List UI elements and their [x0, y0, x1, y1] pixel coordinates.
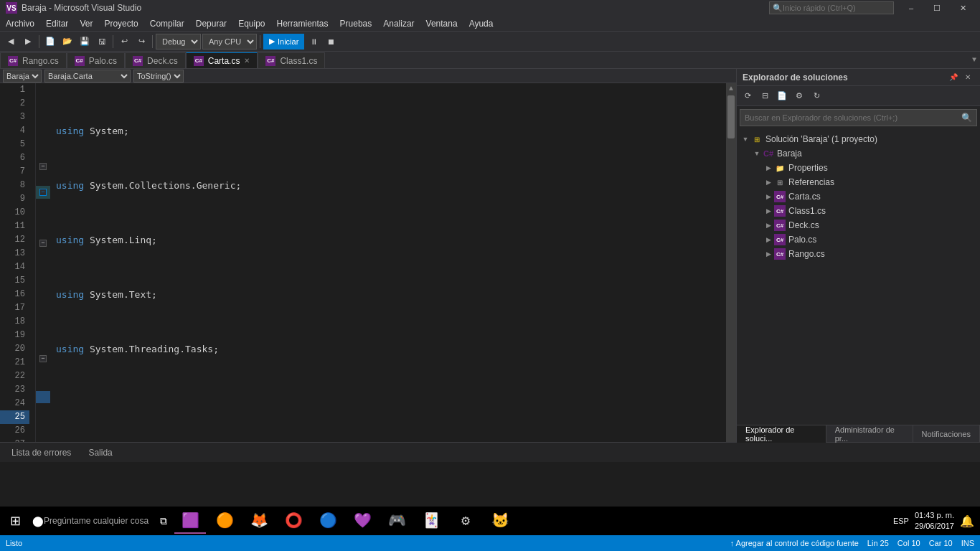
se-tab-administrador[interactable]: Administrador de pr...	[826, 425, 913, 443]
project-selector[interactable]: Baraja	[3, 70, 42, 83]
menu-depurar[interactable]: Depurar	[190, 16, 232, 32]
se-sync-button[interactable]: ⟳	[740, 88, 755, 104]
se-search-input[interactable]	[745, 113, 958, 122]
tab-class1[interactable]: C# Class1.cs	[258, 52, 325, 68]
menu-editar[interactable]: Editar	[40, 16, 74, 32]
redo-button[interactable]: ↪	[133, 34, 149, 50]
tree-item-referencias[interactable]: ▶ ⊞ Referencias	[737, 175, 980, 189]
tree-item-class1[interactable]: ▶ C# Class1.cs	[737, 204, 980, 218]
taskbar-app-vs-icon2[interactable]: 💜	[347, 508, 378, 534]
se-search[interactable]: 🔍	[740, 109, 977, 126]
editor-scrollbar[interactable]: ▲	[726, 83, 736, 442]
save-all-button[interactable]: 🖫	[94, 34, 110, 50]
taskbar-app-app7[interactable]: 🎮	[381, 508, 413, 534]
menu-proyecto[interactable]: Proyecto	[98, 16, 143, 32]
collapse-margin: − − − −	[36, 83, 50, 442]
menu-ver[interactable]: Ver	[74, 16, 98, 32]
collapse-9[interactable]: −	[36, 186, 50, 199]
taskbar-app-app10[interactable]: 🐱	[484, 508, 516, 534]
line-num-13: 13	[0, 247, 29, 260]
tree-label: Solución 'Baraja' (1 proyecto)	[765, 134, 977, 144]
back-button[interactable]: ◀	[3, 34, 19, 50]
code-editor[interactable]: 1 2 3 4 5 6 7 8 9 10 11 12 13 14 15 16 1…	[0, 83, 736, 442]
quick-launch-box[interactable]: 🔍	[769, 1, 894, 14]
line-num-17: 17	[0, 301, 29, 315]
line-num-18: 18	[0, 315, 29, 329]
start-button[interactable]: ▶ Iniciar	[263, 34, 304, 50]
tree-item-solution[interactable]: ▼ ⊞ Solución 'Baraja' (1 proyecto)	[737, 132, 980, 146]
taskbar-app-app8[interactable]: 🃏	[415, 508, 447, 534]
se-tab-explorador[interactable]: Explorador de soluci...	[737, 425, 826, 443]
tree-item-rango[interactable]: ▶ C# Rango.cs	[737, 247, 980, 261]
menu-compilar[interactable]: Compilar	[144, 16, 190, 32]
se-pin-button[interactable]: 📌	[947, 71, 960, 84]
se-show-files-button[interactable]: 📄	[774, 88, 790, 104]
taskbar-app-vlc[interactable]: 🟠	[209, 508, 240, 534]
member-selector[interactable]: ToString()	[133, 70, 184, 83]
pause-button[interactable]: ⏸	[306, 34, 321, 50]
se-properties-button[interactable]: ⚙	[791, 88, 807, 104]
taskbar-app-opera[interactable]: ⭕	[278, 508, 309, 534]
forward-button[interactable]: ▶	[20, 34, 36, 50]
tree-item-deck[interactable]: ▶ C# Deck.cs	[737, 218, 980, 232]
taskbar-app-settings[interactable]: ⚙	[450, 508, 481, 534]
menu-pruebas[interactable]: Pruebas	[334, 16, 378, 32]
separator-3	[152, 35, 153, 48]
search-taskbar-icon: ⬤	[32, 515, 44, 527]
tree-item-properties[interactable]: ▶ 📁 Properties	[737, 161, 980, 175]
bottom-tab-errores[interactable]: Lista de errores	[6, 446, 77, 459]
scroll-up-arrow[interactable]: ▲	[729, 85, 733, 93]
collapse-22[interactable]: −	[36, 352, 50, 365]
status-source-control[interactable]: ↑ Agregar al control de código fuente	[730, 539, 859, 547]
menu-archivo[interactable]: Archivo	[0, 16, 40, 32]
platform-dropdown[interactable]: Any CPU	[202, 34, 257, 50]
taskbar-app-firefox[interactable]: 🦊	[243, 508, 275, 534]
code-line-6	[56, 397, 726, 410]
taskbar-app-chrome[interactable]: 🔵	[312, 508, 344, 534]
tab-rango[interactable]: C# Rango.cs	[0, 52, 67, 68]
start-menu-button[interactable]: ⊞	[6, 508, 25, 534]
search-button[interactable]: ⬤ Pregúntame cualquier cosa	[28, 508, 153, 534]
minimize-button[interactable]: –	[900, 0, 923, 16]
open-button[interactable]: 📂	[60, 34, 75, 50]
undo-button[interactable]: ↩	[116, 34, 132, 50]
quick-launch-input[interactable]	[783, 4, 890, 12]
tab-palo[interactable]: C# Palo.cs	[67, 52, 125, 68]
line-num-8: 8	[0, 179, 29, 192]
taskbar-app-vs[interactable]: 🟪	[174, 508, 206, 534]
tab-close-carta[interactable]: ✕	[244, 57, 250, 65]
play-icon: ▶	[269, 37, 275, 46]
tree-item-carta[interactable]: ▶ C# Carta.cs	[737, 189, 980, 204]
bottom-tab-salida[interactable]: Salida	[83, 446, 118, 459]
menu-herramientas[interactable]: Herramientas	[271, 16, 334, 32]
tree-label: Baraja	[777, 149, 977, 159]
menu-equipo[interactable]: Equipo	[232, 16, 270, 32]
menu-ayuda[interactable]: Ayuda	[463, 16, 499, 32]
namespace-selector[interactable]: Baraja.Carta	[44, 70, 131, 83]
menu-analizar[interactable]: Analizar	[377, 16, 420, 32]
new-file-button[interactable]: 📄	[42, 34, 58, 50]
code-content[interactable]: using System; using System.Collections.G…	[50, 83, 726, 442]
tab-carta[interactable]: C# Carta.cs ✕	[186, 52, 258, 68]
close-button[interactable]: ✕	[951, 0, 974, 16]
maximize-button[interactable]: ☐	[925, 0, 948, 16]
tree-item-baraja[interactable]: ▼ C# Baraja	[737, 146, 980, 161]
collapse-7[interactable]: −	[36, 160, 50, 173]
se-close-button[interactable]: ✕	[961, 71, 974, 84]
tab-deck[interactable]: C# Deck.cs	[125, 52, 186, 68]
tab-overflow-button[interactable]: ▼	[969, 51, 980, 68]
folder-icon: 📁	[774, 162, 786, 174]
se-tab-notificaciones[interactable]: Notificaciones	[913, 425, 980, 443]
save-button[interactable]: 💾	[77, 34, 93, 50]
notification-icon[interactable]: 🔔	[960, 514, 974, 528]
tree-item-palo[interactable]: ▶ C# Palo.cs	[737, 232, 980, 247]
scroll-thumb[interactable]	[727, 95, 735, 138]
collapse-13[interactable]: −	[36, 237, 50, 250]
menu-ventana[interactable]: Ventana	[420, 16, 463, 32]
debug-mode-dropdown[interactable]: Debug	[156, 34, 201, 50]
stop-button[interactable]: ⏹	[323, 34, 339, 50]
se-refresh-button[interactable]: ↻	[809, 88, 824, 104]
taskbar-lang: ESP	[893, 517, 909, 525]
se-collapse-button[interactable]: ⊟	[757, 88, 773, 104]
task-view-button[interactable]: ⧉	[156, 508, 171, 534]
